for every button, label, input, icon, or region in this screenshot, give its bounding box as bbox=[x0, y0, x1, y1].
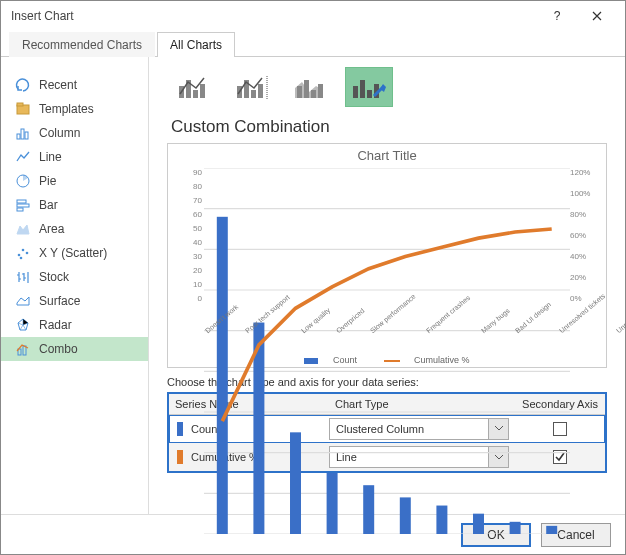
x-axis-label: Unresponsiveness bbox=[615, 292, 626, 364]
svg-rect-50 bbox=[510, 522, 521, 534]
sidebar-item-stock[interactable]: Stock bbox=[1, 265, 148, 289]
svg-rect-7 bbox=[17, 204, 29, 207]
sidebar-label: X Y (Scatter) bbox=[39, 246, 107, 260]
sidebar-label: Pie bbox=[39, 174, 56, 188]
svg-rect-44 bbox=[290, 432, 301, 534]
sidebar-label: Line bbox=[39, 150, 62, 164]
chart-preview: Chart Title 90 80 70 60 50 40 30 20 10 0… bbox=[167, 143, 607, 368]
sidebar-item-line[interactable]: Line bbox=[1, 145, 148, 169]
svg-rect-27 bbox=[318, 84, 323, 98]
svg-rect-30 bbox=[367, 90, 372, 98]
svg-point-11 bbox=[26, 252, 29, 255]
combo-subtype-3[interactable] bbox=[287, 67, 335, 107]
radar-icon bbox=[15, 317, 31, 333]
sidebar-label: Bar bbox=[39, 198, 58, 212]
svg-rect-22 bbox=[258, 84, 263, 98]
svg-rect-3 bbox=[21, 129, 24, 139]
svg-rect-24 bbox=[297, 86, 302, 98]
tab-strip: Recommended Charts All Charts bbox=[1, 31, 625, 57]
svg-rect-4 bbox=[25, 132, 28, 139]
titlebar: Insert Chart ? bbox=[1, 1, 625, 31]
templates-icon bbox=[15, 101, 31, 117]
combo-subtype-custom[interactable] bbox=[345, 67, 393, 107]
combo-subtype-2[interactable] bbox=[229, 67, 277, 107]
chart-type-sidebar: Recent Templates Column Line Pie Bar bbox=[1, 57, 149, 514]
scatter-icon bbox=[15, 245, 31, 261]
svg-rect-48 bbox=[436, 506, 447, 534]
svg-rect-29 bbox=[360, 80, 365, 98]
stock-icon bbox=[15, 269, 31, 285]
subtype-title: Custom Combination bbox=[171, 117, 607, 137]
sidebar-label: Column bbox=[39, 126, 80, 140]
sidebar-item-templates[interactable]: Templates bbox=[1, 97, 148, 121]
sidebar-label: Area bbox=[39, 222, 64, 236]
sidebar-label: Templates bbox=[39, 102, 94, 116]
sidebar-item-area[interactable]: Area bbox=[1, 217, 148, 241]
svg-point-10 bbox=[22, 249, 25, 252]
series-swatch bbox=[177, 422, 183, 436]
recent-icon bbox=[15, 77, 31, 93]
sidebar-item-pie[interactable]: Pie bbox=[1, 169, 148, 193]
svg-rect-49 bbox=[473, 514, 484, 534]
secondary-y-axis: 120% 100% 80% 60% 40% 20% 0% bbox=[570, 168, 600, 303]
svg-rect-6 bbox=[17, 200, 26, 203]
column-icon bbox=[15, 125, 31, 141]
svg-rect-2 bbox=[17, 134, 20, 139]
svg-rect-1 bbox=[17, 103, 23, 106]
svg-rect-45 bbox=[327, 473, 338, 534]
sidebar-label: Combo bbox=[39, 342, 78, 356]
svg-rect-51 bbox=[546, 526, 557, 534]
sidebar-label: Radar bbox=[39, 318, 72, 332]
dialog-insert-chart: Insert Chart ? Recommended Charts All Ch… bbox=[0, 0, 626, 555]
svg-point-9 bbox=[18, 254, 21, 257]
series-swatch bbox=[177, 450, 183, 464]
combo-subtype-1[interactable] bbox=[171, 67, 219, 107]
svg-rect-47 bbox=[400, 497, 411, 534]
sidebar-item-radar[interactable]: Radar bbox=[1, 313, 148, 337]
dialog-body: Recent Templates Column Line Pie Bar bbox=[1, 57, 625, 514]
svg-point-12 bbox=[20, 257, 23, 260]
sidebar-item-bar[interactable]: Bar bbox=[1, 193, 148, 217]
sidebar-item-column[interactable]: Column bbox=[1, 121, 148, 145]
main-panel: Custom Combination Chart Title 90 80 70 … bbox=[149, 57, 625, 514]
svg-rect-8 bbox=[17, 208, 23, 211]
help-button[interactable]: ? bbox=[537, 1, 577, 31]
primary-y-axis: 90 80 70 60 50 40 30 20 10 0 bbox=[178, 168, 202, 303]
chart-legend: Count Cumulative % bbox=[168, 355, 606, 365]
svg-rect-21 bbox=[251, 90, 256, 98]
sidebar-label: Surface bbox=[39, 294, 80, 308]
window-title: Insert Chart bbox=[11, 9, 537, 23]
sidebar-item-surface[interactable]: Surface bbox=[1, 289, 148, 313]
sidebar-item-combo[interactable]: Combo bbox=[1, 337, 148, 361]
preview-chart-title: Chart Title bbox=[168, 144, 606, 163]
tab-all-charts[interactable]: All Charts bbox=[157, 32, 235, 57]
close-button[interactable] bbox=[577, 1, 617, 31]
sidebar-item-recent[interactable]: Recent bbox=[1, 73, 148, 97]
subtype-thumbnails bbox=[167, 67, 607, 107]
line-icon bbox=[15, 149, 31, 165]
svg-rect-26 bbox=[311, 90, 316, 98]
svg-rect-28 bbox=[353, 86, 358, 98]
svg-rect-25 bbox=[304, 80, 309, 98]
svg-rect-46 bbox=[363, 485, 374, 534]
sidebar-label: Stock bbox=[39, 270, 69, 284]
combo-icon bbox=[15, 341, 31, 357]
svg-rect-42 bbox=[217, 217, 228, 534]
area-icon bbox=[15, 221, 31, 237]
pie-icon bbox=[15, 173, 31, 189]
surface-icon bbox=[15, 293, 31, 309]
tab-recommended[interactable]: Recommended Charts bbox=[9, 32, 155, 57]
bar-icon bbox=[15, 197, 31, 213]
svg-rect-18 bbox=[200, 84, 205, 98]
x-axis-labels: Doesn't workPoor tech supportLow quality… bbox=[204, 303, 570, 349]
sidebar-item-scatter[interactable]: X Y (Scatter) bbox=[1, 241, 148, 265]
sidebar-label: Recent bbox=[39, 78, 77, 92]
svg-rect-17 bbox=[193, 90, 198, 98]
